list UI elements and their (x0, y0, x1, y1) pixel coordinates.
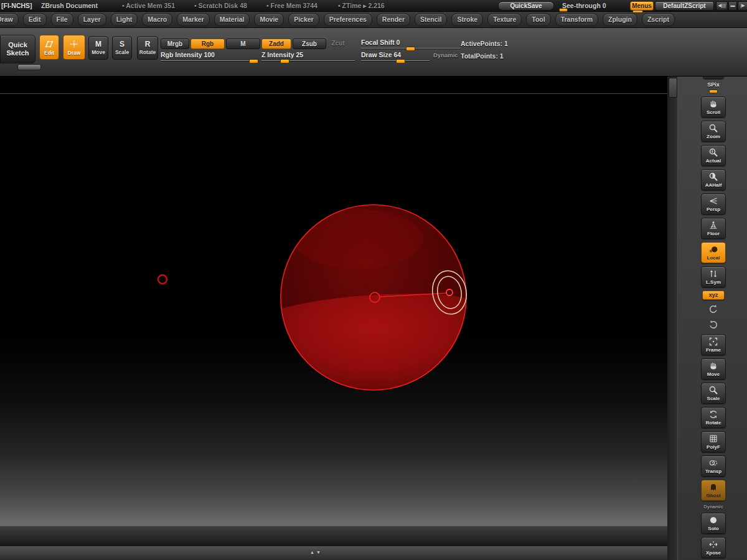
canvas-vertical-scrollbar[interactable] (667, 76, 678, 560)
rgb-button[interactable]: Rgb (190, 39, 225, 49)
z-intensity-handle[interactable] (280, 59, 289, 63)
window-expand-button[interactable]: |▶ (738, 1, 747, 11)
menu-item-movie[interactable]: Movie (254, 13, 284, 26)
canvas-vertical-scrollbar-thumb[interactable] (669, 78, 677, 98)
draw-button[interactable]: Draw (63, 35, 85, 60)
window-minimize-button[interactable]: ▬ (728, 1, 737, 11)
tray-scroll-text: Scroll (707, 110, 720, 115)
actual-icon (708, 147, 718, 157)
zsub-button[interactable]: Zsub (293, 39, 326, 49)
draw-icon (69, 39, 79, 49)
quicksave-button[interactable]: QuickSave (498, 1, 554, 11)
menu-item-draw[interactable]: Draw (0, 13, 19, 26)
tray-polyf-button[interactable]: PolyF (701, 431, 726, 452)
canvas-3d-view[interactable] (0, 76, 667, 526)
menu-item-transform[interactable]: Transform (555, 13, 598, 26)
tray-solo-button[interactable]: Solo (701, 513, 726, 534)
menu-item-picker[interactable]: Picker (288, 13, 319, 26)
tray-aahalf-button[interactable]: AAHalf (701, 169, 726, 190)
rotate-button[interactable]: R Rotate (137, 36, 158, 60)
move-button[interactable]: M Move (88, 36, 108, 60)
see-through-slider-handle[interactable] (559, 8, 568, 12)
tray-transp-button[interactable]: Transp (701, 455, 726, 477)
default-zscript-button[interactable]: DefaultZScript (655, 1, 714, 11)
scroll-up-icon[interactable]: ▲ (310, 550, 316, 554)
scale-icon (708, 385, 718, 395)
quick-sketch-button[interactable]: Quick Sketch (0, 35, 35, 63)
shelf-divider-handle[interactable] (17, 64, 41, 70)
solo-icon (708, 515, 718, 525)
see-through-slider-label[interactable]: See-through 0 (562, 0, 606, 11)
edit-button[interactable]: Edit (39, 35, 59, 60)
tray-xpose-button[interactable]: Xpose (701, 537, 726, 558)
canvas-vertical-scroll-arrows[interactable]: ▲▼ (310, 550, 322, 554)
tray-frame-button[interactable]: Frame (701, 334, 726, 355)
menu-item-stencil[interactable]: Stencil (415, 13, 447, 26)
menu-item-zscript[interactable]: Zscript (642, 13, 675, 26)
tray-ghost-button[interactable]: Ghost (701, 480, 726, 501)
scale-glyph-icon: S (120, 40, 125, 49)
dynamic-label[interactable]: Dynamic (433, 52, 458, 58)
tray-persp-button[interactable]: Persp (701, 194, 726, 215)
rgb-intensity-slider[interactable]: Rgb Intensity 100 (161, 51, 258, 61)
window-collapse-button[interactable]: ◀|||| (716, 1, 728, 11)
tray-zoom-button[interactable]: Zoom (701, 121, 726, 142)
ghost-icon (708, 482, 718, 492)
menu-item-stroke[interactable]: Stroke (451, 13, 483, 26)
tray-move-button[interactable]: Move (701, 358, 726, 380)
rgb-intensity-label: Rgb Intensity 100 (161, 51, 258, 61)
menus-button[interactable]: Menus (630, 1, 654, 11)
zadd-button[interactable]: Zadd (261, 39, 291, 49)
tray-spin-cw-button[interactable] (701, 319, 726, 331)
menu-item-layer[interactable]: Layer (78, 13, 106, 26)
spix-slider-handle[interactable] (709, 90, 718, 93)
menu-item-zplugin[interactable]: Zplugin (603, 13, 637, 26)
bottom-scrollbar-strip: ▲▼ (0, 546, 667, 560)
document-tag: [FI-NCHS] (1, 0, 32, 11)
menu-item-file[interactable]: File (51, 13, 73, 26)
rgb-intensity-handle[interactable] (249, 59, 258, 63)
menu-item-material[interactable]: Material (214, 13, 250, 26)
tray-transp-text: Transp (705, 469, 721, 474)
focal-shift-slider[interactable]: Focal Shift 0 (361, 39, 461, 49)
m-button[interactable]: M (226, 39, 260, 49)
menu-item-macro[interactable]: Macro (142, 13, 172, 26)
tray-xyz-button[interactable]: xyz (702, 291, 725, 300)
draw-size-handle[interactable] (396, 59, 405, 63)
z-intensity-slider[interactable]: Z Intensity 25 (261, 51, 355, 61)
focal-shift-handle[interactable] (406, 47, 415, 51)
tray-actual-button[interactable]: Actual (701, 145, 726, 166)
tray-floor-button[interactable]: Floor (701, 218, 726, 239)
scroll-down-icon[interactable]: ▼ (316, 550, 322, 554)
xpose-icon (708, 539, 718, 549)
tray-local-button[interactable]: Local (701, 242, 726, 263)
menu-item-preferences[interactable]: Preferences (324, 13, 372, 26)
tray-scale-button[interactable]: Scale (701, 383, 726, 404)
tray-spin-ccw-button[interactable] (701, 303, 726, 315)
menu-item-marker[interactable]: Marker (177, 13, 209, 26)
bottom-tray-strip (0, 526, 667, 546)
rotate-icon (708, 409, 718, 419)
menu-item-light[interactable]: Light (111, 13, 138, 26)
menu-item-tool[interactable]: Tool (526, 13, 550, 26)
tray-lsym-button[interactable]: L.Sym (701, 266, 726, 287)
menu-item-edit[interactable]: Edit (23, 13, 47, 26)
spin-cw-icon (708, 319, 719, 330)
lsym-icon (708, 269, 718, 279)
tray-lsym-text: L.Sym (706, 279, 721, 285)
zcut-button[interactable]: Zcut (327, 39, 349, 48)
draw-size-slider[interactable]: Draw Size 64 (361, 51, 430, 61)
zbrush-window: [FI-NCHS] ZBrush Document • Active Mem 3… (0, 0, 747, 560)
tray-move-text: Move (707, 371, 720, 377)
tray-spix-button[interactable]: SPix (701, 82, 726, 93)
scale-button[interactable]: S Scale (112, 36, 132, 60)
tray-rotate-button[interactable]: Rotate (701, 407, 726, 428)
menu-item-texture[interactable]: Texture (487, 13, 522, 26)
document-canvas[interactable] (0, 76, 667, 526)
aahalf-icon (708, 172, 718, 182)
mrgb-button[interactable]: Mrgb (161, 39, 189, 49)
tray-scroll-button[interactable]: Scroll (701, 96, 726, 118)
menu-item-render[interactable]: Render (377, 13, 410, 26)
total-points-readout: TotalPoints: 1 (461, 52, 504, 60)
stat-scratch-disk: • Scratch Disk 48 (194, 0, 247, 11)
